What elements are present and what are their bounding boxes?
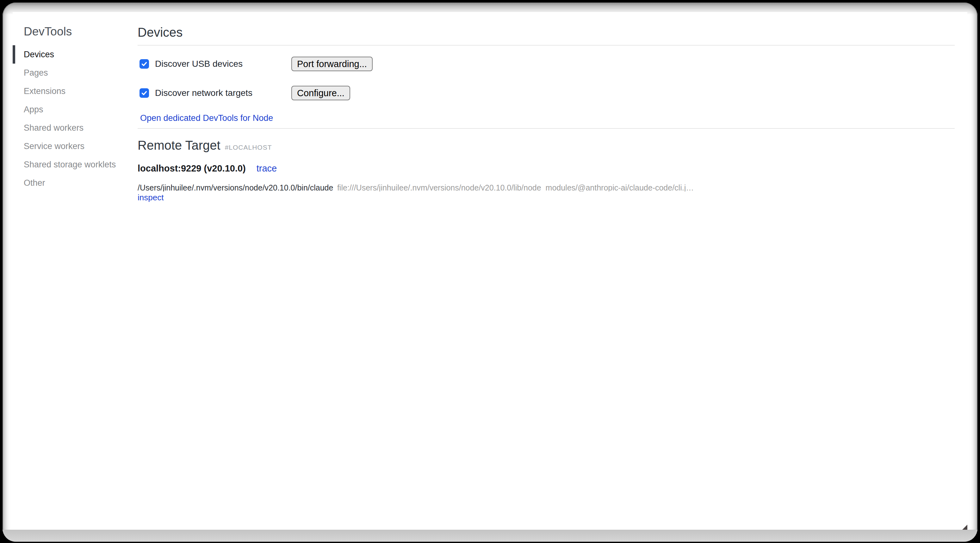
discover-network-label: Discover network targets (155, 88, 253, 98)
discover-usb-checkbox[interactable] (140, 59, 149, 68)
port-forwarding-button[interactable]: Port forwarding... (291, 57, 373, 71)
localhost-tag: #LOCALHOST (225, 144, 272, 151)
target-row: localhost:9229 (v20.10.0) trace (138, 163, 955, 173)
target-name: localhost:9229 (v20.10.0) (138, 163, 246, 174)
sidebar-item-label: Apps (24, 105, 43, 114)
inspect-row: inspect (138, 193, 955, 202)
mac-screen-frame: DevTools Devices Pages Extensions Apps S… (3, 3, 977, 542)
checkmark-icon (141, 61, 147, 67)
node-devtools-row: Open dedicated DevTools for Node (140, 113, 955, 122)
open-node-devtools-link[interactable]: Open dedicated DevTools for Node (140, 113, 273, 123)
sidebar-item-shared-workers[interactable]: Shared workers (13, 119, 138, 137)
target-binary-path: /Users/jinhuilee/.nvm/versions/node/v20.… (138, 183, 333, 191)
inspect-link[interactable]: inspect (138, 193, 164, 202)
sidebar-item-label: Extensions (24, 86, 65, 96)
configure-button[interactable]: Configure... (291, 86, 350, 100)
target-script-url: file:///Users/jinhuilee/.nvm/versions/no… (337, 183, 694, 191)
discover-usb-label: Discover USB devices (155, 59, 243, 69)
bottom-desktop-bar (3, 530, 977, 542)
remote-target-heading: Remote Target #LOCALHOST (138, 138, 955, 152)
sidebar-item-devices[interactable]: Devices (13, 45, 138, 64)
remote-target-title: Remote Target (138, 138, 221, 152)
sidebar: DevTools Devices Pages Extensions Apps S… (13, 12, 138, 530)
trace-link[interactable]: trace (256, 163, 277, 174)
checkmark-icon (141, 90, 147, 96)
page-title: Devices (138, 25, 955, 39)
sidebar-list: Devices Pages Extensions Apps Shared wor… (13, 45, 138, 192)
sidebar-item-label: Other (24, 178, 45, 188)
discover-network-checkbox[interactable] (140, 88, 149, 98)
discover-usb-group: Discover USB devices (140, 59, 291, 69)
divider (138, 128, 955, 129)
sidebar-item-service-workers[interactable]: Service workers (13, 137, 138, 155)
discover-usb-row: Discover USB devices Port forwarding... (140, 57, 955, 71)
discover-network-row: Discover network targets Configure... (140, 86, 955, 100)
devtools-title: DevTools (13, 25, 138, 38)
sidebar-item-label: Pages (24, 68, 48, 78)
selected-indicator-bar (13, 45, 15, 64)
target-path-row: /Users/jinhuilee/.nvm/versions/node/v20.… (138, 183, 955, 191)
sidebar-item-extensions[interactable]: Extensions (13, 82, 138, 100)
sidebar-item-pages[interactable]: Pages (13, 64, 138, 82)
devtools-inspect-page: DevTools Devices Pages Extensions Apps S… (13, 12, 967, 530)
sidebar-item-label: Service workers (24, 142, 84, 151)
sidebar-item-label: Devices (24, 50, 54, 59)
main-panel: Devices Discover USB devices Port forwar… (138, 12, 967, 530)
sidebar-item-label: Shared workers (24, 123, 84, 132)
sidebar-item-shared-storage-worklets[interactable]: Shared storage worklets (13, 155, 138, 174)
sidebar-item-apps[interactable]: Apps (13, 100, 138, 119)
divider (138, 45, 955, 46)
sidebar-item-other[interactable]: Other (13, 174, 138, 192)
sidebar-item-label: Shared storage worklets (24, 160, 116, 169)
discover-network-group: Discover network targets (140, 88, 291, 98)
